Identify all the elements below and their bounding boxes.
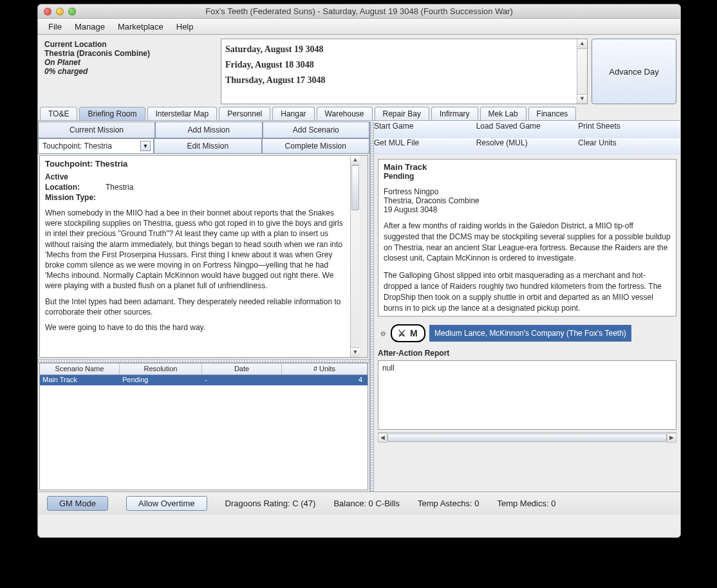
tab-briefing-room[interactable]: Briefing Room	[79, 107, 145, 120]
briefing-text[interactable]: Touchpoint: Thestria Active Location:The…	[40, 156, 349, 357]
col-scenario-name[interactable]: Scenario Name	[40, 363, 120, 374]
track-title: Main Track	[384, 162, 671, 172]
add-scenario-button[interactable]: Add Scenario	[263, 122, 370, 138]
current-mission-header: Current Mission	[38, 122, 155, 138]
table-body: Main Track Pending - 4	[40, 375, 368, 490]
add-mission-button[interactable]: Add Mission	[155, 122, 263, 138]
location-label: Location:	[45, 182, 103, 192]
location-value: Thestria	[106, 182, 133, 192]
statusbar: GM Mode Allow Overtime Dragoons Rating: …	[38, 492, 680, 515]
track-loc2: Thestria, Draconis Combine	[384, 196, 671, 205]
menu-help[interactable]: Help	[170, 19, 200, 34]
gm-mode-button[interactable]: GM Mode	[47, 496, 108, 511]
advance-day-button[interactable]: Advance Day	[591, 39, 676, 104]
briefing-para: We were going to have to do this the har…	[45, 322, 344, 333]
briefing-box: Touchpoint: Thestria Active Location:The…	[39, 155, 368, 358]
mission-type-label: Mission Type:	[45, 192, 103, 203]
col-resolution[interactable]: Resolution	[120, 363, 202, 374]
temp-astechs: Temp Astechs: 0	[418, 499, 479, 508]
dragoons-rating: Dragoons Rating: C (47)	[225, 499, 316, 508]
titlebar[interactable]: Fox's Teeth (Federated Suns) - Saturday,…	[38, 5, 680, 19]
log-entry: Saturday, August 19 3048	[225, 42, 573, 57]
start-game-button[interactable]: Start Game	[374, 122, 476, 138]
top-area: Current Location Thestria (Draconis Comb…	[38, 35, 680, 107]
tree-toggle-icon[interactable]: ⊖	[379, 329, 387, 337]
track-para: The Galloping Ghost slipped into orbit m…	[384, 270, 671, 313]
menu-file[interactable]: File	[42, 19, 68, 34]
temp-medics: Temp Medics: 0	[497, 499, 555, 508]
aar-box[interactable]: null	[378, 360, 676, 430]
scroll-up-icon[interactable]: ▲	[577, 39, 587, 49]
table-row[interactable]: Main Track Pending - 4	[40, 375, 368, 385]
tab-toe[interactable]: TO&E	[40, 107, 77, 120]
main-window: Fox's Teeth (Federated Suns) - Saturday,…	[37, 4, 681, 538]
log-list: Saturday, August 19 3048 Friday, August …	[221, 39, 577, 104]
track-para: After a few months of raiding worlds in …	[384, 221, 671, 264]
tab-personnel[interactable]: Personnel	[219, 107, 270, 120]
tab-interstellar-map[interactable]: Interstellar Map	[147, 107, 218, 120]
window-title: Fox's Teeth (Federated Suns) - Saturday,…	[38, 6, 680, 16]
aar-section: After-Action Report null	[378, 349, 676, 430]
get-mul-file-button[interactable]: Get MUL File	[374, 138, 476, 155]
resolve-mul-button[interactable]: Resolve (MUL)	[476, 138, 579, 155]
right-panel: Start Game Load Saved Game Print Sheets …	[374, 122, 680, 492]
scroll-thumb[interactable]	[351, 165, 359, 210]
menu-manage[interactable]: Manage	[68, 19, 111, 34]
main-tabs: TO&E Briefing Room Interstellar Map Pers…	[38, 107, 680, 121]
lance-icon: ⚔ M	[391, 324, 425, 342]
briefing-status: Active	[45, 172, 68, 181]
track-loc1: Fortress Ningpo	[384, 187, 671, 196]
right-hscrollbar[interactable]: ◀ ▶	[378, 432, 676, 443]
scroll-down-icon[interactable]: ▼	[577, 94, 587, 104]
lance-row[interactable]: ⊖ ⚔ M Medium Lance, McKinnon's Company (…	[379, 324, 680, 342]
clear-units-button[interactable]: Clear Units	[578, 138, 680, 155]
briefing-scrollbar[interactable]: ▲ ▼	[350, 156, 368, 357]
scroll-up-icon[interactable]: ▲	[351, 156, 360, 165]
track-date: 19 August 3048	[384, 205, 671, 214]
lance-label[interactable]: Medium Lance, McKinnon's Company (The Fo…	[429, 325, 631, 342]
briefing-para: When somebody in the MIIO had a bee in t…	[45, 208, 344, 291]
scenario-table: Scenario Name Resolution Date # Units Ma…	[39, 363, 368, 490]
location-planet: Thestria (Draconis Combine)	[44, 49, 150, 58]
log-entry: Friday, August 18 3048	[225, 57, 573, 73]
cell-resolution: Pending	[120, 375, 202, 385]
tab-finances[interactable]: Finances	[528, 107, 577, 120]
scroll-right-icon[interactable]: ▶	[667, 433, 676, 443]
print-sheets-button[interactable]: Print Sheets	[578, 122, 680, 138]
location-heading: Current Location	[44, 40, 107, 49]
tab-infirmary[interactable]: Infirmary	[431, 107, 478, 120]
edit-mission-button[interactable]: Edit Mission	[154, 138, 262, 154]
daily-log[interactable]: Saturday, August 19 3048 Friday, August …	[221, 39, 588, 104]
log-scrollbar[interactable]: ▲ ▼	[577, 39, 587, 104]
menubar: File Manage Marketplace Help	[38, 19, 680, 35]
balance: Balance: 0 C-Bills	[333, 499, 400, 508]
cell-units: 4	[282, 375, 368, 385]
mission-select[interactable]: Touchpoint: Thestria ▼	[38, 138, 154, 154]
briefing-content: Current Mission Add Mission Add Scenario…	[38, 121, 680, 492]
menu-marketplace[interactable]: Marketplace	[111, 19, 170, 34]
location-status: On Planet	[44, 58, 80, 67]
tab-warehouse[interactable]: Warehouse	[317, 107, 373, 120]
track-status: Pending	[384, 172, 414, 181]
col-units[interactable]: # Units	[282, 363, 368, 374]
tab-repair-bay[interactable]: Repair Bay	[375, 107, 429, 120]
scroll-down-icon[interactable]: ▼	[351, 347, 360, 357]
table-header: Scenario Name Resolution Date # Units	[40, 363, 368, 375]
cell-name: Main Track	[40, 375, 120, 385]
scroll-left-icon[interactable]: ◀	[378, 433, 387, 443]
tab-mek-lab[interactable]: Mek Lab	[480, 107, 526, 120]
col-date[interactable]: Date	[202, 363, 282, 374]
tab-hangar[interactable]: Hangar	[272, 107, 314, 120]
chevron-down-icon[interactable]: ▼	[140, 141, 151, 151]
log-entry: Thursday, August 17 3048	[225, 73, 573, 88]
scroll-thumb[interactable]	[387, 434, 667, 442]
aar-heading: After-Action Report	[378, 349, 449, 358]
load-saved-game-button[interactable]: Load Saved Game	[476, 122, 579, 138]
allow-overtime-button[interactable]: Allow Overtime	[126, 496, 207, 511]
track-box: Main Track Pending Fortress Ningpo Thest…	[378, 159, 676, 317]
briefing-title: Touchpoint: Thestria	[45, 158, 344, 170]
complete-mission-button[interactable]: Complete Mission	[262, 138, 370, 154]
location-charge: 0% charged	[44, 67, 88, 76]
briefing-para: But the Intel types had been adamant. Th…	[45, 297, 344, 317]
aar-text: null	[382, 363, 395, 372]
